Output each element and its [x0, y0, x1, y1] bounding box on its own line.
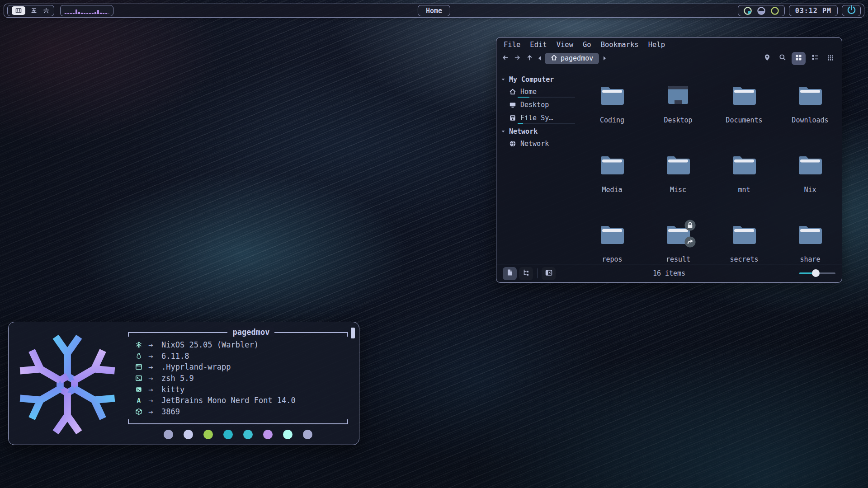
wm-icon — [134, 363, 143, 371]
fetch-value: NixOS 25.05 (Warbler) — [161, 340, 259, 349]
file-item-documents[interactable]: Documents — [711, 84, 777, 154]
detailed-view-button[interactable] — [824, 52, 836, 65]
power-button[interactable] — [842, 5, 861, 16]
sidebar-group-label: Network — [509, 127, 538, 136]
menu-view[interactable]: View — [557, 41, 573, 49]
sidebar-item-network[interactable]: Network — [501, 137, 578, 150]
workspace-button[interactable] — [30, 7, 38, 14]
visualizer-bar — [105, 13, 107, 14]
file-label: repos — [602, 255, 622, 263]
tree-icon — [523, 269, 530, 278]
workspace-switcher — [7, 5, 54, 16]
folder-icon — [599, 154, 625, 175]
palette-dot — [243, 430, 253, 439]
palette-dot — [283, 430, 292, 439]
tree-pane-button[interactable] — [519, 267, 533, 280]
sidebar-group-header[interactable]: My Computer — [501, 74, 578, 85]
menu-edit[interactable]: Edit — [530, 41, 547, 49]
sidebar-item-home[interactable]: Home — [501, 85, 578, 99]
indicator-2[interactable] — [757, 6, 766, 15]
compact-view-button[interactable] — [809, 52, 821, 65]
palette-dot — [164, 430, 173, 439]
visualizer-bar — [67, 13, 69, 14]
file-item-mnt[interactable]: mnt — [711, 154, 777, 224]
fetch-value: .Hyprland-wrapp — [161, 362, 231, 371]
palette-dot — [184, 430, 193, 439]
system-indicators — [738, 5, 785, 16]
indicator-1[interactable] — [743, 6, 752, 15]
menu-help[interactable]: Help — [648, 41, 665, 49]
desktop-icon — [509, 101, 516, 108]
selection-underline — [518, 97, 575, 98]
palette-dot — [303, 430, 312, 439]
sidebar-group: My ComputerHomeDesktopFile Sy… — [501, 74, 578, 125]
chevron-right-icon — [602, 54, 607, 63]
visualizer-bar — [70, 13, 72, 14]
file-item-nix[interactable]: Nix — [777, 154, 842, 224]
file-item-misc[interactable]: Misc — [645, 154, 711, 224]
file-label: Coding — [600, 116, 624, 124]
file-manager-window: FileEditViewGoBookmarksHelp pagedmov My … — [496, 37, 842, 283]
icon-view-button[interactable] — [792, 52, 806, 65]
top-bar-right: 03:12 PM — [738, 5, 861, 16]
clock: 03:12 PM — [789, 5, 838, 16]
sidebar-item-label: Network — [520, 140, 549, 148]
active-window-title-label: Home — [426, 7, 442, 15]
file-item-coding[interactable]: Coding — [579, 84, 645, 154]
audio-visualizer — [60, 5, 113, 16]
toolbar-right — [761, 52, 836, 65]
fetch-box-top-border: pagedmov — [128, 332, 348, 337]
zoom-slider-handle[interactable] — [812, 269, 820, 277]
file-item-media[interactable]: Media — [579, 154, 645, 224]
fetch-lines: →NixOS 25.05 (Warbler)→6.11.8→.Hyprland-… — [127, 339, 349, 417]
fetch-value: zsh 5.9 — [161, 374, 194, 383]
workspace-button[interactable] — [42, 7, 50, 14]
sidebar-item-desktop[interactable]: Desktop — [501, 99, 578, 112]
fetch-line: →zsh 5.9 — [134, 373, 349, 384]
menu-bookmarks[interactable]: Bookmarks — [601, 41, 639, 49]
file-label: share — [800, 255, 820, 263]
folder-icon — [731, 84, 757, 105]
shell-icon — [134, 375, 143, 382]
system-info-panel: pagedmov →NixOS 25.05 (Warbler)→6.11.8→.… — [8, 322, 359, 445]
folder-icon — [797, 154, 823, 175]
location-button[interactable] — [761, 52, 773, 65]
folder-icon — [665, 224, 691, 244]
nix-icon — [134, 341, 143, 348]
path-scroll-right[interactable] — [601, 52, 608, 64]
back-button[interactable] — [499, 52, 511, 65]
file-label: Misc — [670, 186, 686, 194]
path-scroll-left[interactable] — [536, 52, 543, 64]
places-pane-button[interactable] — [503, 267, 517, 280]
folder-icon — [665, 154, 691, 175]
fetch-line: A→JetBrains Mono Nerd Font 14.0 — [134, 395, 349, 406]
statusbar-separator — [537, 268, 538, 278]
terminal-cursor — [351, 328, 355, 338]
indicator-3[interactable] — [770, 6, 779, 15]
side-panel-icon — [545, 269, 552, 278]
sidebar-item-file-sy-[interactable]: File Sy… — [501, 112, 578, 125]
toggle-sidepane-button[interactable] — [542, 267, 556, 280]
fetch-line: →6.11.8 — [134, 351, 349, 362]
menu-go[interactable]: Go — [583, 41, 591, 49]
search-button[interactable] — [776, 52, 788, 65]
file-item-downloads[interactable]: Downloads — [777, 84, 842, 154]
arrow-icon: → — [148, 340, 156, 349]
zoom-slider[interactable] — [799, 269, 835, 277]
chevron-left-icon — [537, 54, 542, 63]
folder-icon — [797, 224, 823, 244]
menu-file[interactable]: File — [504, 41, 520, 49]
grid-view-icon — [795, 54, 802, 63]
compact-view-icon — [811, 54, 819, 63]
file-manager-statusbar: 16 items — [496, 264, 842, 282]
file-label: Media — [602, 186, 622, 194]
workspace-button[interactable] — [12, 6, 25, 15]
visualizer-bar — [89, 13, 91, 14]
terminal-palette — [127, 430, 349, 439]
path-button[interactable]: pagedmov — [545, 53, 599, 64]
up-button[interactable] — [524, 52, 536, 65]
visualizer-bar — [78, 12, 80, 14]
file-item-desktop[interactable]: Desktop — [645, 84, 711, 154]
forward-button[interactable] — [511, 52, 524, 65]
sidebar-group-header[interactable]: Network — [501, 126, 578, 137]
